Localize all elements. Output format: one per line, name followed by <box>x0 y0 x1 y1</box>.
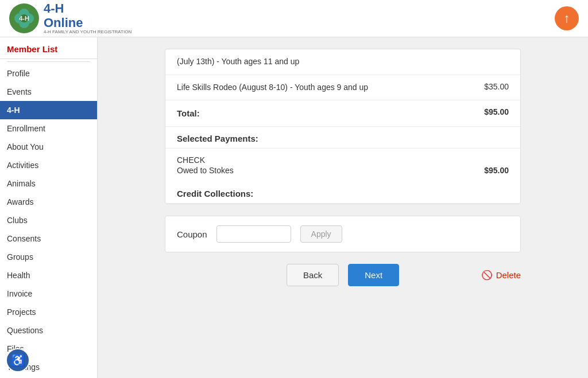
credit-collections-header: Credit Collections: <box>165 182 520 204</box>
sidebar-item-clubs[interactable]: Clubs <box>0 211 97 229</box>
upload-button[interactable]: ↑ <box>555 6 579 30</box>
actions-row: Back Next 🚫 Delete <box>165 264 521 286</box>
sidebar-item-groups[interactable]: Groups <box>0 248 97 266</box>
payment-owed-to: Owed to Stokes <box>177 166 234 175</box>
selected-payments-header: Selected Payments: <box>165 127 520 149</box>
invoice-total-label: Total: <box>177 107 484 119</box>
sidebar: Member List Profile Events 4-H Enrollmen… <box>0 37 98 378</box>
logo-line2: Online <box>44 16 131 30</box>
invoice-item-2-description: Life Skills Rodeo (August 8-10) - Youth … <box>177 82 484 93</box>
sidebar-item-invoice[interactable]: Invoice <box>0 285 97 303</box>
next-button[interactable]: Next <box>348 264 399 286</box>
sidebar-item-health[interactable]: Health <box>0 266 97 285</box>
logo-tagline: 4-H FAMILY AND YOUTH REGISTRATION <box>44 30 131 35</box>
sidebar-item-profile[interactable]: Profile <box>0 64 97 83</box>
svg-text:4-H: 4-H <box>19 15 29 22</box>
invoice-total-row: Total: $95.00 <box>165 100 520 127</box>
sidebar-item-events[interactable]: Events <box>0 83 97 101</box>
delete-label: Delete <box>496 270 521 280</box>
coupon-input[interactable] <box>216 225 291 243</box>
main-content: (July 13th) - Youth ages 11 and up Life … <box>98 37 588 378</box>
payment-method: CHECK <box>177 155 205 165</box>
sidebar-item-consents[interactable]: Consents <box>0 229 97 248</box>
invoice-item-1: (July 13th) - Youth ages 11 and up <box>165 49 520 75</box>
apply-button[interactable]: Apply <box>300 225 342 243</box>
coupon-card: Coupon Apply <box>165 216 521 252</box>
logo-line1: 4-H <box>44 2 131 15</box>
app-header: 4-H 4-H Online 4-H FAMILY AND YOUTH REGI… <box>0 0 588 37</box>
sidebar-item-enrollment[interactable]: Enrollment <box>0 119 97 138</box>
accessibility-button[interactable]: ♿ <box>6 348 30 372</box>
delete-link[interactable]: 🚫 Delete <box>481 270 521 280</box>
invoice-card: (July 13th) - Youth ages 11 and up Life … <box>165 49 521 204</box>
sidebar-divider <box>7 61 90 62</box>
sidebar-item-awards[interactable]: Awards <box>0 193 97 211</box>
back-button[interactable]: Back <box>287 264 339 286</box>
invoice-total-amount: $95.00 <box>484 107 509 116</box>
sidebar-member-list[interactable]: Member List <box>0 37 97 59</box>
logo-icon: 4-H <box>9 3 39 33</box>
credit-collections-label: Credit Collections: <box>177 189 253 198</box>
upload-icon: ↑ <box>564 11 570 26</box>
payment-row: CHECK Owed to Stokes $95.00 <box>165 149 520 182</box>
main-layout: Member List Profile Events 4-H Enrollmen… <box>0 37 588 378</box>
sidebar-item-activities[interactable]: Activities <box>0 156 97 174</box>
sidebar-item-about-you[interactable]: About You <box>0 138 97 156</box>
sidebar-item-4h[interactable]: 4-H <box>0 101 97 119</box>
accessibility-icon: ♿ <box>11 353 25 367</box>
invoice-item-2-amount: $35.00 <box>484 82 509 91</box>
logo-text: 4-H Online 4-H FAMILY AND YOUTH REGISTRA… <box>44 2 131 34</box>
coupon-label: Coupon <box>177 229 207 239</box>
invoice-item-1-description: (July 13th) - Youth ages 11 and up <box>177 56 509 68</box>
selected-payments-label: Selected Payments: <box>177 134 258 143</box>
sidebar-item-animals[interactable]: Animals <box>0 174 97 193</box>
invoice-item-2: Life Skills Rodeo (August 8-10) - Youth … <box>165 75 520 101</box>
delete-icon: 🚫 <box>481 270 493 280</box>
sidebar-item-projects[interactable]: Projects <box>0 303 97 321</box>
logo-area: 4-H 4-H Online 4-H FAMILY AND YOUTH REGI… <box>9 2 131 34</box>
sidebar-item-questions[interactable]: Questions <box>0 321 97 340</box>
payment-amount: $95.00 <box>484 166 509 175</box>
